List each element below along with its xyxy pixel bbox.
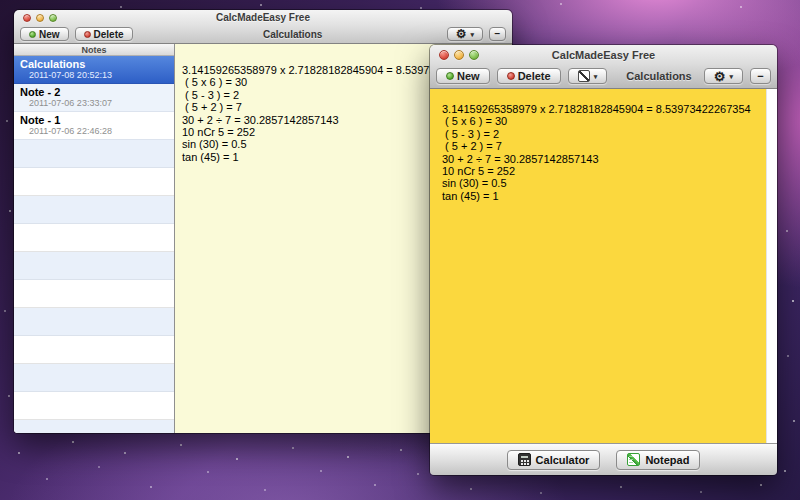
note-date: 2011-07-06 22:46:28 (20, 126, 170, 137)
front-window-titlebar[interactable]: CalcMadeEasy Free (430, 45, 777, 64)
back-window-titlebar[interactable]: CalcMadeEasy Free (14, 10, 512, 25)
notes-sidebar: Notes Calculations 2011-07-08 20:52:13 N… (14, 44, 175, 433)
gear-icon: ⚙ (456, 28, 467, 40)
calc-line: ( 5 - 3 ) = 2 (442, 128, 762, 140)
chevron-down-icon: ▾ (594, 73, 598, 80)
note-title: Calculations (20, 58, 170, 70)
delete-button-label: Delete (518, 70, 551, 82)
front-window: CalcMadeEasy Free New Delete ▾ Calculati… (430, 45, 777, 475)
note-title: Note - 2 (20, 86, 170, 98)
calc-line: 30 + 2 ÷ 7 = 30.2857142857143 (442, 153, 762, 165)
notepad-text-area-front[interactable]: 3.14159265358979 x 2.71828182845904 = 8.… (430, 89, 766, 443)
toolbar-view-title: Calculations (263, 29, 322, 40)
new-button-label: New (457, 70, 480, 82)
delete-button[interactable]: Delete (497, 68, 561, 84)
desktop-background: CalcMadeEasy Free New Delete Calculation… (0, 0, 800, 500)
new-button-label: New (39, 29, 60, 40)
calculator-mode-button[interactable]: Calculator (507, 450, 601, 470)
calc-line: tan (45) = 1 (442, 190, 762, 202)
window-title: CalcMadeEasy Free (216, 12, 310, 23)
delete-button-label: Delete (94, 29, 124, 40)
remove-icon (84, 31, 91, 38)
scrollbar-track[interactable] (766, 89, 777, 443)
new-button[interactable]: New (20, 27, 69, 41)
front-window-chrome: CalcMadeEasy Free New Delete ▾ Calculati… (430, 45, 777, 89)
calculator-button-label: Calculator (536, 454, 590, 466)
calc-line: sin (30) = 0.5 (442, 177, 762, 189)
back-window-chrome: CalcMadeEasy Free New Delete Calculation… (14, 10, 512, 44)
settings-dropdown-button[interactable]: ⚙ ▾ (447, 27, 483, 41)
calc-line: 10 nCr 5 = 252 (442, 165, 762, 177)
zoom-icon[interactable] (469, 50, 479, 60)
edit-mode-dropdown-button[interactable]: ▾ (568, 68, 608, 84)
notepad-icon (627, 453, 640, 466)
gear-icon: ⚙ (714, 70, 726, 83)
back-window-toolbar: New Delete Calculations ⚙ ▾ − (14, 25, 512, 43)
traffic-lights (439, 50, 479, 60)
traffic-lights (23, 14, 57, 22)
minimize-icon[interactable] (454, 50, 464, 60)
pencil-icon (578, 70, 590, 82)
close-icon[interactable] (439, 50, 449, 60)
note-date: 2011-07-06 23:33:07 (20, 98, 170, 109)
star-field (0, 0, 2, 2)
note-list-item-note-2[interactable]: Note - 2 2011-07-06 23:33:07 (14, 84, 174, 112)
minus-icon: − (757, 71, 763, 82)
front-window-toolbar: New Delete ▾ Calculations ⚙ ▾ (430, 64, 777, 88)
close-icon[interactable] (23, 14, 31, 22)
calculator-icon (518, 453, 531, 466)
note-list-item-note-1[interactable]: Note - 1 2011-07-06 22:46:28 (14, 112, 174, 140)
chevron-down-icon: ▾ (729, 73, 733, 80)
calc-line: ( 5 x 6 ) = 30 (442, 115, 762, 127)
note-title: Note - 1 (20, 114, 170, 126)
remove-icon (507, 72, 515, 80)
notepad-button-label: Notepad (645, 454, 689, 466)
notepad-mode-button[interactable]: Notepad (616, 450, 700, 470)
add-icon (29, 31, 36, 38)
empty-note-rows (14, 140, 174, 433)
front-window-body: 3.14159265358979 x 2.71828182845904 = 8.… (430, 89, 777, 443)
zoom-icon[interactable] (49, 14, 57, 22)
calc-line: 3.14159265358979 x 2.71828182845904 = 8.… (442, 103, 762, 115)
mode-switch-bar: Calculator Notepad (430, 443, 777, 475)
add-icon (446, 72, 454, 80)
notes-list-header: Notes (14, 44, 174, 56)
minus-icon: − (495, 29, 501, 39)
note-date: 2011-07-08 20:52:13 (20, 70, 170, 81)
settings-dropdown-button[interactable]: ⚙ ▾ (704, 68, 743, 84)
chevron-down-icon: ▾ (471, 31, 475, 38)
delete-button[interactable]: Delete (75, 27, 133, 41)
note-list-item-calculations[interactable]: Calculations 2011-07-08 20:52:13 (14, 56, 174, 84)
toolbar-view-title: Calculations (626, 70, 691, 82)
collapse-button[interactable]: − (750, 68, 771, 84)
new-button[interactable]: New (436, 68, 490, 84)
window-title: CalcMadeEasy Free (552, 49, 655, 61)
minimize-icon[interactable] (36, 14, 44, 22)
calc-line: ( 5 + 2 ) = 7 (442, 140, 762, 152)
collapse-button[interactable]: − (489, 27, 506, 41)
